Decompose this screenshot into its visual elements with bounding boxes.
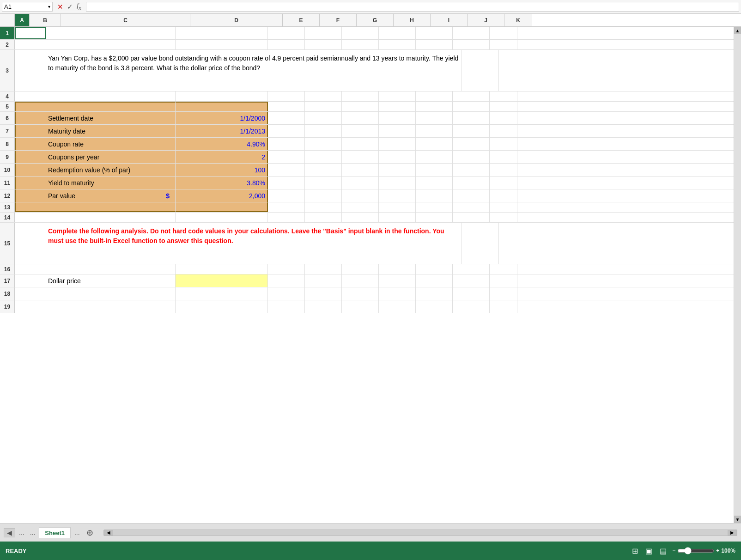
cell-h16[interactable] bbox=[379, 264, 416, 274]
cell-e5[interactable] bbox=[268, 102, 305, 111]
cell-f10[interactable] bbox=[305, 164, 342, 176]
cell-k9[interactable] bbox=[490, 151, 517, 163]
cell-i4[interactable] bbox=[416, 91, 453, 101]
col-header-b[interactable]: B bbox=[30, 14, 61, 26]
cell-k12[interactable] bbox=[490, 189, 517, 202]
cell-k8[interactable] bbox=[490, 138, 517, 150]
cell-c14[interactable] bbox=[46, 213, 176, 222]
cell-d14[interactable] bbox=[176, 213, 268, 222]
cell-g16[interactable] bbox=[342, 264, 379, 274]
cell-h19[interactable] bbox=[379, 300, 416, 313]
cell-c9[interactable]: Coupons per year bbox=[46, 151, 176, 163]
cell-g2[interactable] bbox=[342, 40, 379, 49]
cell-g13[interactable] bbox=[342, 202, 379, 212]
col-header-j[interactable]: J bbox=[468, 14, 504, 26]
cell-f8[interactable] bbox=[305, 138, 342, 150]
cell-b6[interactable] bbox=[15, 112, 46, 124]
cell-h12[interactable] bbox=[379, 189, 416, 202]
cell-g12[interactable] bbox=[342, 189, 379, 202]
col-header-g[interactable]: G bbox=[357, 14, 394, 26]
cell-i17[interactable] bbox=[416, 274, 453, 287]
cell-j11[interactable] bbox=[453, 177, 490, 189]
page-layout-button[interactable]: ▣ bbox=[644, 546, 654, 556]
cell-f4[interactable] bbox=[305, 91, 342, 101]
cell-e4[interactable] bbox=[268, 91, 305, 101]
cell-d17-dollar-price-input[interactable] bbox=[176, 274, 268, 287]
cell-c11[interactable]: Yield to maturity bbox=[46, 177, 176, 189]
col-header-a[interactable]: A bbox=[15, 14, 30, 26]
cell-g6[interactable] bbox=[342, 112, 379, 124]
cell-c18[interactable] bbox=[46, 287, 176, 300]
zoom-minus-icon[interactable]: − bbox=[672, 548, 675, 554]
cell-d12[interactable]: 2,000 bbox=[176, 189, 268, 202]
cell-h4[interactable] bbox=[379, 91, 416, 101]
horizontal-scrollbar[interactable]: ◀ ▶ bbox=[103, 530, 737, 536]
cell-b14[interactable] bbox=[15, 213, 46, 222]
cell-i19[interactable] bbox=[416, 300, 453, 313]
cell-c16[interactable] bbox=[46, 264, 176, 274]
cell-k4[interactable] bbox=[490, 91, 517, 101]
cell-g19[interactable] bbox=[342, 300, 379, 313]
cell-b1[interactable] bbox=[15, 27, 46, 39]
cell-h13[interactable] bbox=[379, 202, 416, 212]
cell-j18[interactable] bbox=[453, 287, 490, 300]
cell-c7[interactable]: Maturity date bbox=[46, 125, 176, 137]
cell-f16[interactable] bbox=[305, 264, 342, 274]
nav-first-arrow[interactable]: ◀ bbox=[4, 528, 15, 537]
cell-i12[interactable] bbox=[416, 189, 453, 202]
page-break-button[interactable]: ▤ bbox=[658, 546, 668, 556]
cell-f1[interactable] bbox=[305, 27, 342, 39]
cell-g5[interactable] bbox=[342, 102, 379, 111]
cell-c1[interactable] bbox=[46, 27, 176, 39]
cell-e13[interactable] bbox=[268, 202, 305, 212]
add-sheet-button[interactable]: ⊕ bbox=[84, 528, 96, 538]
cell-b2[interactable] bbox=[15, 40, 46, 49]
cell-e11[interactable] bbox=[268, 177, 305, 189]
cell-d19[interactable] bbox=[176, 300, 268, 313]
cell-i8[interactable] bbox=[416, 138, 453, 150]
cell-b5[interactable] bbox=[15, 102, 46, 111]
cell-d13[interactable] bbox=[176, 202, 268, 212]
cell-i2[interactable] bbox=[416, 40, 453, 49]
cell-d18[interactable] bbox=[176, 287, 268, 300]
cell-f7[interactable] bbox=[305, 125, 342, 137]
cell-g1[interactable] bbox=[342, 27, 379, 39]
cell-f6[interactable] bbox=[305, 112, 342, 124]
cell-d5[interactable] bbox=[176, 102, 268, 111]
sheet1-tab[interactable]: Sheet1 bbox=[39, 527, 71, 538]
cell-f19[interactable] bbox=[305, 300, 342, 313]
cell-d6[interactable]: 1/1/2000 bbox=[176, 112, 268, 124]
confirm-icon[interactable]: ✓ bbox=[67, 3, 73, 11]
cell-b11[interactable] bbox=[15, 177, 46, 189]
cell-c2[interactable] bbox=[46, 40, 176, 49]
cell-f9[interactable] bbox=[305, 151, 342, 163]
cell-e15[interactable] bbox=[462, 223, 499, 264]
cell-k6[interactable] bbox=[490, 112, 517, 124]
cell-b4[interactable] bbox=[15, 91, 46, 101]
vertical-scrollbar[interactable]: ▲ ▼ bbox=[734, 27, 741, 523]
cell-g11[interactable] bbox=[342, 177, 379, 189]
cell-k14[interactable] bbox=[490, 213, 517, 222]
cell-c6[interactable]: Settlement date bbox=[46, 112, 176, 124]
cell-b15[interactable] bbox=[15, 223, 46, 264]
cell-b13[interactable] bbox=[15, 202, 46, 212]
col-header-c[interactable]: C bbox=[61, 14, 190, 26]
cell-j8[interactable] bbox=[453, 138, 490, 150]
cell-k19[interactable] bbox=[490, 300, 517, 313]
cell-i1[interactable] bbox=[416, 27, 453, 39]
cell-j1[interactable] bbox=[453, 27, 490, 39]
cell-k16[interactable] bbox=[490, 264, 517, 274]
cell-j16[interactable] bbox=[453, 264, 490, 274]
cell-i16[interactable] bbox=[416, 264, 453, 274]
cell-g17[interactable] bbox=[342, 274, 379, 287]
cell-h8[interactable] bbox=[379, 138, 416, 150]
col-header-i[interactable]: I bbox=[431, 14, 468, 26]
cell-b3[interactable] bbox=[15, 50, 46, 91]
cell-b10[interactable] bbox=[15, 164, 46, 176]
col-header-e[interactable]: E bbox=[283, 14, 320, 26]
cell-g4[interactable] bbox=[342, 91, 379, 101]
cell-g7[interactable] bbox=[342, 125, 379, 137]
normal-view-button[interactable]: ⊞ bbox=[630, 546, 640, 556]
cell-e19[interactable] bbox=[268, 300, 305, 313]
cell-c8[interactable]: Coupon rate bbox=[46, 138, 176, 150]
